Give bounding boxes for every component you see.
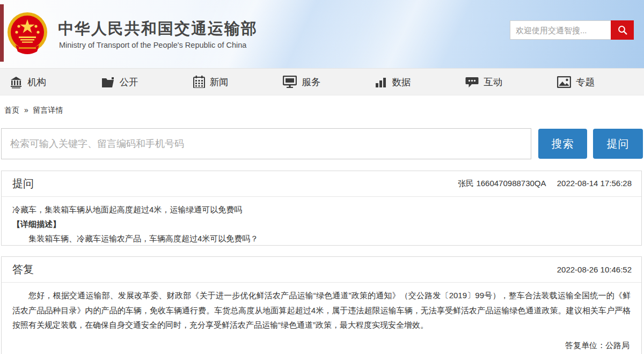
monitor-icon xyxy=(283,76,297,88)
breadcrumb-current: 留言详情 xyxy=(33,106,63,114)
breadcrumb-separator: » xyxy=(24,106,28,114)
smart-search-button[interactable] xyxy=(611,20,634,40)
reply-panel: 答复 2022-08-26 10:46:52 您好，根据交通运输部、发展改革委、… xyxy=(1,256,642,354)
nav-label: 专题 xyxy=(576,76,595,88)
site-subtitle: Ministry of Transport of the People's Re… xyxy=(59,41,246,49)
search-button[interactable]: 搜索 xyxy=(538,129,587,159)
folder-icon xyxy=(101,76,115,88)
smart-search xyxy=(510,20,634,40)
national-emblem-icon xyxy=(6,12,49,56)
breadcrumb: 首页 » 留言详情 xyxy=(4,106,63,115)
picture-icon xyxy=(557,76,571,88)
message-search-input[interactable] xyxy=(1,128,531,159)
message-search-bar: 搜索 提问 xyxy=(1,128,643,159)
message-detail-page: 中华人民共和国交通运输部 Ministry of Transport of th… xyxy=(0,0,644,354)
reply-panel-header: 答复 2022-08-26 10:46:52 xyxy=(2,257,641,283)
bank-icon xyxy=(10,76,23,88)
question-body: 冷藏车，集装箱车辆从地面起高度超过4米，运输绿通可以免费吗 【详细描述】 集装箱… xyxy=(2,197,641,246)
reply-body: 您好，根据交通运输部、发展改革委、财政部《关于进一步优化鲜活农产品运输“绿色通道… xyxy=(2,283,641,352)
breadcrumb-home-link[interactable]: 首页 xyxy=(4,106,19,114)
nav-item-interaction[interactable]: 互动 xyxy=(465,76,502,88)
nav-label: 机构 xyxy=(27,76,46,88)
question-meta: 张民 1660470988730QA 2022-08-14 17:56:28 xyxy=(458,179,632,189)
bar-chart-icon xyxy=(375,76,387,88)
nav-item-data[interactable]: 数据 xyxy=(375,76,411,88)
nav-label: 公开 xyxy=(120,76,138,88)
reply-text: 您好，根据交通运输部、发展改革委、财政部《关于进一步优化鲜活农产品运输“绿色通道… xyxy=(12,288,631,333)
question-timestamp: 2022-08-14 17:56:28 xyxy=(557,179,632,188)
nav-item-topics[interactable]: 专题 xyxy=(557,76,595,88)
question-author: 张民 xyxy=(458,179,474,188)
smart-search-input[interactable] xyxy=(510,20,611,40)
question-detail-label: 【详细描述】 xyxy=(12,217,631,231)
nav-label: 互动 xyxy=(484,76,502,88)
ask-question-button[interactable]: 提问 xyxy=(593,129,643,159)
main-nav: 机构 公开 新闻 服务 xyxy=(0,68,644,95)
nav-label: 数据 xyxy=(392,76,411,88)
nav-item-disclosure[interactable]: 公开 xyxy=(101,76,138,88)
nav-label: 新闻 xyxy=(210,76,229,88)
speech-bubble-icon xyxy=(465,76,479,88)
calendar-icon xyxy=(193,76,205,88)
question-title-line: 冷藏车，集装箱车辆从地面起高度超过4米，运输绿通可以免费吗 xyxy=(12,202,631,217)
reply-unit-line: 答复单位：公路局 xyxy=(12,338,631,352)
question-detail-text: 集装箱车辆、冷藏车运输农产品，车辆高度超过4米可以免费吗？ xyxy=(12,231,631,246)
nav-item-services[interactable]: 服务 xyxy=(283,76,320,88)
question-section-title: 提问 xyxy=(12,176,34,191)
left-red-strip xyxy=(0,4,4,62)
nav-item-institutions[interactable]: 机构 xyxy=(10,76,46,88)
search-icon xyxy=(617,25,628,35)
question-code: 1660470988730QA xyxy=(476,179,546,188)
question-panel-header: 提问 张民 1660470988730QA 2022-08-14 17:56:2… xyxy=(2,171,641,197)
reply-timestamp: 2022-08-26 10:46:52 xyxy=(557,265,632,274)
nav-item-news[interactable]: 新闻 xyxy=(193,76,229,88)
reply-section-title: 答复 xyxy=(12,262,34,277)
site-title: 中华人民共和国交通运输部 xyxy=(58,18,258,40)
site-header: 中华人民共和国交通运输部 Ministry of Transport of th… xyxy=(0,0,644,68)
question-panel: 提问 张民 1660470988730QA 2022-08-14 17:56:2… xyxy=(1,171,642,246)
nav-label: 服务 xyxy=(302,76,320,88)
